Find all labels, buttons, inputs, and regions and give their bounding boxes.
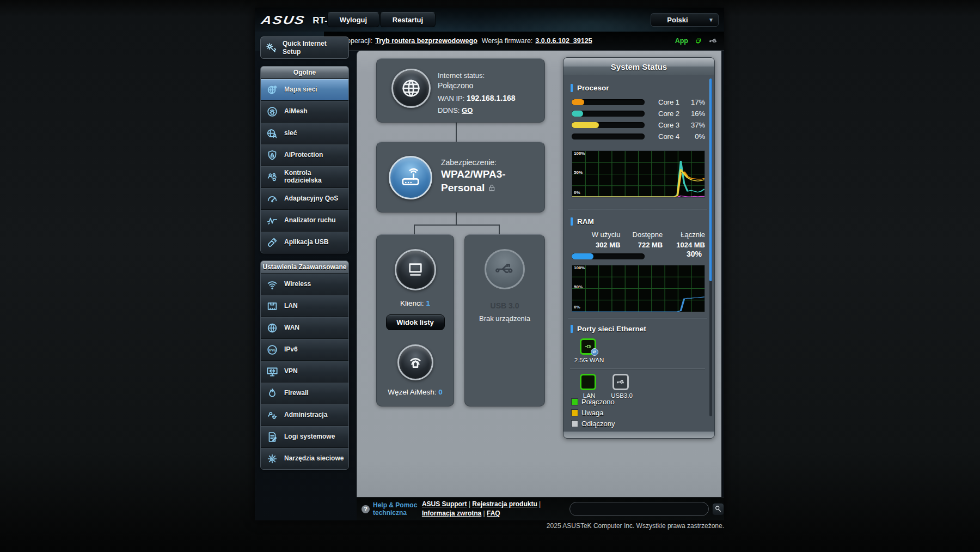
sidebar-item-label: Adaptacyjny QoS [284, 195, 338, 203]
aimesh-label: Węzeł AiMesh: [388, 388, 436, 396]
sidebar-item-vpn[interactable]: VPN [261, 360, 348, 382]
sidebar-item-aiprotection[interactable]: AiProtection [261, 144, 348, 166]
accent-bar [571, 217, 573, 226]
core-value: 0% [687, 132, 705, 141]
sidebar-item-aplikacja-usb[interactable]: Aplikacja USB [261, 231, 348, 253]
sidebar-item-adaptacyjny-qos[interactable]: Adaptacyjny QoS [261, 187, 348, 209]
ddns-label: DDNS: [438, 106, 460, 114]
ddns-go-link[interactable]: GO [462, 106, 473, 114]
usb-icon[interactable] [708, 36, 719, 46]
core-label: Core 4 [658, 132, 687, 141]
lan-port-icon [265, 300, 279, 313]
clients-label: Klienci: [400, 299, 424, 307]
cpu-section-title: Procesor [571, 84, 609, 92]
vpn-monitor-icon [265, 365, 279, 378]
sidebar-item-mapa-sieci[interactable]: Mapa sieci [261, 78, 348, 100]
sidebar-item-label: VPN [284, 368, 298, 375]
system-status-title: System Status [564, 58, 714, 75]
security-value-line2: Personal [441, 181, 485, 195]
sidebar-item-label: Administracja [284, 411, 327, 419]
sidebar-item-aimesh[interactable]: AiMesh [261, 100, 348, 122]
admin-gear-icon [265, 409, 279, 422]
sidebar-item-label: Kontrola rodzicielska [284, 169, 344, 185]
wan-port-icon: ⇄ [580, 338, 596, 355]
sidebar-item-analizator-ruchu[interactable]: Analizator ruchu [261, 209, 348, 231]
footer-bar: ? Help & Pomoc techniczna ASUS Support |… [357, 497, 724, 520]
feedback-link[interactable]: Informacja zwrotna [422, 509, 481, 517]
ram-usage-chart: 100%50%0% [572, 265, 705, 312]
ram-col-header: Łącznie [663, 230, 705, 240]
clients-card[interactable]: Klienci: 1 Widok listy Węzeł AiMesh: 0 [376, 234, 454, 407]
internet-status-value: Połączono [438, 81, 516, 91]
sidebar-item-lan[interactable]: LAN [261, 295, 348, 317]
firmware-version-link[interactable]: 3.0.0.6.102_39125 [535, 37, 592, 45]
language-selector[interactable]: Polski ▼ [651, 13, 719, 27]
sidebar-item-narzedzia-sieciowe[interactable]: Narzędzia sieciowe [261, 447, 348, 469]
legend-gray-swatch [571, 420, 578, 427]
quick-internet-setup-button[interactable]: Quick Internet Setup [260, 37, 349, 59]
ram-bar-row [572, 252, 705, 261]
flame-icon [265, 387, 279, 400]
mesh-node-icon [265, 105, 279, 118]
sidebar-item-wireless[interactable]: Wireless [261, 273, 348, 295]
sidebar-item-label: Firewall [284, 390, 309, 397]
cpu-core-row: Core 2 16% [572, 109, 705, 118]
sidebar-item-logi-systemowe[interactable]: Logi systemowe [261, 426, 348, 447]
chart-ytick: 0% [574, 191, 580, 195]
status-bar: Tryb operacji: Tryb routera bezprzewodow… [324, 32, 724, 51]
accent-bar [571, 84, 573, 92]
internet-status-label: Internet status: [438, 71, 516, 81]
chevron-down-icon: ▼ [704, 17, 718, 23]
internet-globe-icon [391, 69, 431, 108]
security-card[interactable]: Zabezpieczenie: WPA2/WPA3- Personal [376, 142, 545, 213]
sidebar: Quick Internet Setup Ogólne Mapa sieci A… [260, 37, 349, 470]
legend-row-disconnected: Odłączony [571, 420, 615, 428]
wan-ip-value: 192.168.1.168 [467, 94, 516, 102]
core-label: Core 2 [658, 110, 687, 118]
wan-port-badge-icon: ⇄ [591, 348, 598, 356]
ram-table: W użyciu 302 MB Dostępne 722 MB Łącznie … [572, 230, 705, 251]
question-icon: ? [362, 505, 370, 513]
section-title-general: Ogólne [261, 66, 348, 78]
asus-support-link[interactable]: ASUS Support [422, 500, 467, 508]
ram-bar [572, 253, 645, 259]
shield-lock-icon [265, 149, 279, 162]
sidebar-item-firewall[interactable]: Firewall [261, 382, 348, 404]
search-input[interactable] [575, 505, 703, 513]
lan-port-status-icon [580, 374, 596, 390]
client-list-view-button[interactable]: Widok listy [386, 314, 445, 330]
app-link[interactable]: App [675, 37, 688, 45]
search-button[interactable] [712, 503, 724, 515]
aimesh-node-icon [397, 344, 433, 380]
operation-mode-link[interactable]: Tryb routera bezprzewodowego [375, 37, 477, 45]
reboot-button[interactable]: Restartuj [380, 12, 436, 27]
connector-line [456, 213, 457, 225]
core4-bar [572, 134, 645, 139]
screens-icon[interactable] [693, 36, 703, 46]
globe-pin-icon [265, 83, 279, 96]
connector-line [499, 225, 500, 234]
faq-link[interactable]: FAQ [487, 509, 500, 517]
product-registration-link[interactable]: Rejestracja produktu [472, 500, 537, 508]
security-value-line1: WPA2/WPA3- [441, 168, 506, 181]
sidebar-item-siec[interactable]: sieć [261, 122, 348, 144]
help-support-link[interactable]: Help & Pomoc techniczna [373, 501, 418, 517]
internet-status-card[interactable]: Internet status: Połączono WAN IP: 192.1… [376, 58, 545, 123]
sidebar-item-wan[interactable]: WAN [261, 317, 348, 338]
sidebar-item-administracja[interactable]: Administracja [261, 404, 348, 426]
chart-ytick: 100% [574, 151, 585, 156]
top-bar: ASUS RT-BE58 Go Wyloguj Restartuj Polski… [255, 8, 724, 32]
sidebar-item-kontrola-rodzicielska[interactable]: Kontrola rodzicielska [261, 166, 348, 187]
panel-scrollbar[interactable] [709, 78, 712, 416]
logout-button[interactable]: Wyloguj [327, 12, 379, 27]
sidebar-item-label: IPv6 [284, 346, 298, 354]
sidebar-item-ipv6[interactable]: IPv6 IPv6 [261, 338, 348, 360]
language-value: Polski [651, 16, 704, 24]
sidebar-item-label: WAN [284, 324, 299, 332]
usb-card[interactable]: USB 3.0 Brak urządzenia [464, 234, 545, 407]
legend-green-swatch [571, 398, 578, 405]
chart-ytick: 0% [574, 305, 580, 310]
security-label: Zabezpieczenie: [441, 157, 506, 168]
log-doc-icon [265, 430, 279, 444]
parental-control-icon [265, 171, 279, 184]
